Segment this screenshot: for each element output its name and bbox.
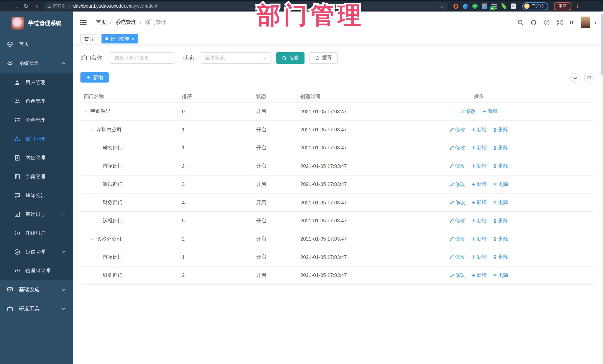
grey-grid-extension-icon[interactable] — [482, 3, 487, 9]
refresh-table-button[interactable] — [584, 72, 594, 82]
delete-action-link[interactable]: 删除 — [492, 163, 508, 169]
browser-update-button[interactable]: 更新 — [554, 2, 571, 10]
sidebar-item-tools[interactable]: 研发工具 — [0, 299, 73, 319]
update-label: 更新 — [558, 3, 567, 9]
delete-action-link[interactable]: 删除 — [492, 126, 508, 133]
delete-action-link[interactable]: 删除 — [492, 254, 508, 261]
github-icon[interactable] — [531, 19, 537, 26]
search-button[interactable]: 搜索 — [276, 52, 304, 64]
action-label: 新增 — [477, 199, 487, 206]
scrollbar-thumb[interactable] — [601, 14, 603, 76]
add-action-link[interactable]: 新增 — [471, 272, 487, 279]
status-select[interactable]: 菜单状态 — [200, 52, 272, 64]
edit-action-link[interactable]: 修改 — [449, 144, 465, 151]
edit-action-link[interactable]: 修改 — [449, 126, 465, 133]
sidebar-item-errcode[interactable]: 错误码管理 — [0, 261, 73, 280]
bookmark-star-icon[interactable]: ☆ — [440, 3, 444, 9]
edit-action-link[interactable]: 修改 — [449, 199, 465, 206]
sidebar-item-infra[interactable]: 基础设施 — [0, 280, 73, 299]
add-action-link[interactable]: 新增 — [471, 126, 487, 133]
delete-action-link[interactable]: 删除 — [492, 235, 508, 242]
delete-action-link[interactable]: 删除 — [492, 272, 508, 279]
sidebar-item-notice[interactable]: 通知公告 — [0, 186, 73, 205]
sidebar-item-audit[interactable]: 审计日志 — [0, 205, 73, 224]
reset-button[interactable]: 重置 — [309, 52, 337, 64]
close-icon[interactable]: × — [132, 37, 134, 41]
show-search-button[interactable] — [570, 72, 580, 82]
add-action-link[interactable]: 新增 — [471, 163, 487, 169]
green-sprout-extension-icon[interactable] — [500, 3, 507, 9]
add-action-link[interactable]: 新增 — [471, 254, 487, 261]
help-icon[interactable] — [544, 19, 550, 26]
expand-caret-icon[interactable] — [90, 237, 96, 241]
dept-name: 长沙分公司 — [96, 235, 122, 242]
page-tab[interactable]: 首页 — [80, 34, 97, 43]
green-check-extension-icon[interactable]: v — [472, 3, 477, 9]
sidebar-item-sms[interactable]: 短信管理 — [0, 243, 73, 261]
chevron-up-icon — [61, 61, 66, 66]
add-action-link[interactable]: 新增 — [471, 217, 487, 224]
sidebar-item-menu[interactable]: 菜单管理 — [0, 111, 73, 130]
fullscreen-icon[interactable] — [557, 19, 563, 26]
sidebar-item-post[interactable]: 岗位管理 — [0, 148, 73, 167]
expand-caret-icon[interactable] — [84, 109, 90, 114]
sidebar-item-home[interactable]: 首页 — [0, 35, 73, 54]
status-text: 开启 — [253, 199, 297, 206]
edit-action-link[interactable]: 修改 — [449, 235, 465, 242]
vertical-scrollbar[interactable] — [600, 11, 603, 364]
white-puzzle-extension-icon[interactable] — [511, 3, 516, 9]
sidebar-item-system[interactable]: 系统管理 — [0, 54, 73, 73]
delete-action-link[interactable]: 删除 — [492, 199, 508, 206]
edit-action-link[interactable]: 修改 — [460, 108, 476, 115]
delete-action-link[interactable]: 删除 — [492, 181, 508, 188]
action-label: 修改 — [455, 199, 465, 206]
sidebar-item-label: 首页 — [19, 41, 29, 48]
forward-icon[interactable]: → — [10, 3, 21, 9]
dept-name-cell: 运维部门 — [80, 217, 178, 224]
breadcrumb-home[interactable]: 首页 — [96, 19, 106, 26]
orange-ring-extension-icon[interactable] — [453, 4, 458, 9]
hamburger-icon[interactable] — [80, 20, 87, 25]
search-icon[interactable] — [517, 19, 524, 26]
user-avatar[interactable] — [581, 16, 590, 28]
add-action-link[interactable]: 新增 — [471, 181, 487, 188]
add-button[interactable]: 新增 — [80, 72, 109, 83]
sidebar-item-dict[interactable]: 字典管理 — [0, 167, 73, 186]
dept-name-input[interactable] — [110, 52, 175, 64]
blue-gem-extension-icon[interactable] — [463, 3, 468, 9]
edit-action-link[interactable]: 修改 — [449, 181, 465, 188]
page-tab[interactable]: 部门管理× — [102, 34, 138, 43]
edit-action-link[interactable]: 修改 — [449, 217, 465, 224]
font-size-icon[interactable]: tT — [570, 20, 574, 25]
add-action-link[interactable]: 新增 — [482, 108, 498, 115]
add-action-link[interactable]: 新增 — [471, 235, 487, 242]
reload-icon[interactable]: ↻ — [21, 3, 31, 9]
infrastructure-icon — [7, 287, 13, 293]
browser-menu-icon[interactable]: ⋮ — [575, 3, 580, 9]
url-path: /system/dept — [131, 3, 157, 9]
edit-action-link[interactable]: 修改 — [449, 272, 465, 279]
profile-paused-badge[interactable]: 已暂停 — [522, 2, 548, 10]
add-action-link[interactable]: 新增 — [471, 144, 487, 151]
sidebar-item-label: 基础设施 — [19, 286, 40, 293]
breadcrumb-system[interactable]: 系统管理 — [115, 19, 137, 26]
sidebar-item-role[interactable]: 角色管理 — [0, 92, 73, 111]
sidebar-item-dept[interactable]: 部门管理 — [0, 129, 73, 148]
dark-lines-extension-icon[interactable]: on — [491, 3, 497, 9]
app-logo-row[interactable]: 芋道管理系统 — [0, 11, 73, 34]
action-label: 删除 — [498, 163, 508, 169]
dropdown-caret-icon[interactable]: ▾ — [594, 20, 596, 24]
edit-action-link[interactable]: 修改 — [449, 254, 465, 261]
delete-action-link[interactable]: 删除 — [492, 217, 508, 224]
action-label: 新增 — [477, 217, 487, 224]
row-actions: 修改新增删除 — [363, 199, 594, 206]
address-bar[interactable]: ⚠ 不安全 dashboard.yudao.iocoder.cn/system/… — [43, 2, 448, 10]
expand-caret-icon[interactable] — [90, 127, 96, 132]
home-icon[interactable]: ⌂ — [31, 3, 42, 9]
sidebar-item-online[interactable]: 在线用户 — [0, 223, 73, 243]
add-action-link[interactable]: 新增 — [471, 199, 487, 206]
delete-action-link[interactable]: 删除 — [492, 144, 508, 151]
edit-action-link[interactable]: 修改 — [449, 163, 465, 169]
back-icon[interactable]: ← — [0, 3, 10, 9]
sidebar-item-user[interactable]: 用户管理 — [0, 73, 73, 92]
